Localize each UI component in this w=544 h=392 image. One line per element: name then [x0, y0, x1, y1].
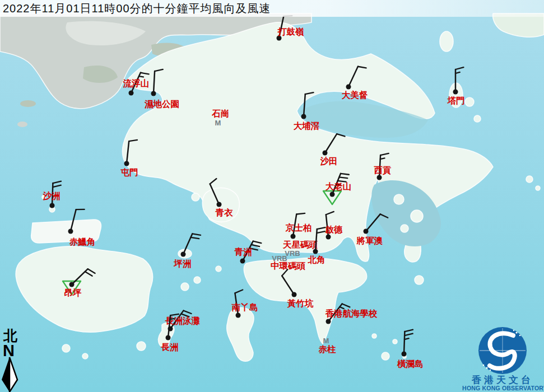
station-dot [68, 229, 73, 234]
station-label: 西貢 [374, 165, 392, 175]
station-label: 啟德 [325, 225, 343, 234]
kau-yi-chau-island [216, 266, 221, 272]
crescent-island [440, 31, 453, 52]
east-islet [526, 176, 533, 183]
station-label: 打鼓嶺 [277, 27, 304, 36]
station-label: 沙田 [320, 156, 338, 166]
station-dot [301, 114, 306, 119]
compass-hanzi-label: 北 [3, 328, 18, 343]
shek-kwu-chau-island [137, 342, 146, 351]
compass-n-label: N [3, 342, 15, 360]
station-label: 青衣 [215, 208, 234, 217]
station-label: 天星碼頭 [282, 240, 318, 249]
station-label: 濕地公園 [144, 99, 179, 109]
station-dot [124, 161, 129, 166]
soko-island-2 [82, 353, 88, 359]
station-dot [377, 175, 382, 180]
station-dot [323, 151, 328, 156]
station-dot [364, 229, 369, 234]
wind-barb-half-tick [380, 158, 385, 159]
ma-wan-island [192, 193, 199, 201]
tung-lung-island [415, 276, 424, 284]
station-dot [291, 234, 296, 239]
station-dot [69, 282, 75, 287]
grass-island-islet [465, 97, 474, 106]
wind-barb-tick [296, 213, 305, 214]
station-label: 赤柱 [318, 344, 337, 354]
station-dot [181, 252, 186, 257]
station-dot [326, 319, 331, 324]
east-islet-2 [536, 186, 540, 190]
station-label: 南丫島 [231, 302, 258, 312]
soko-island [62, 344, 70, 352]
station-dot [402, 352, 407, 357]
station-dot [151, 91, 156, 96]
station-dot [346, 85, 351, 90]
station-dot [292, 292, 297, 297]
station-label: 長洲 [161, 342, 179, 352]
po-toi-island [382, 352, 389, 360]
station-label: 石崗 [212, 109, 230, 118]
station-label: 赤鱲角 [69, 237, 96, 246]
hko-logo-name-zh: 香港天文台 [471, 375, 533, 385]
station-dot [166, 335, 171, 340]
sunshine-island [194, 277, 201, 283]
deep-bay-islet-2 [17, 122, 27, 127]
deep-bay-islet [20, 100, 36, 107]
station-label: 昂坪 [64, 288, 82, 297]
station-label: 黃竹坑 [287, 298, 314, 308]
station-dot [129, 91, 134, 96]
station-label: 京士柏 [285, 223, 312, 232]
port-shelter-island [394, 194, 404, 204]
wind-barb-half-tick [170, 319, 174, 319]
station-dot [326, 235, 331, 240]
station-label: 沙洲 [43, 191, 61, 200]
missing-data-marker: M [215, 119, 221, 127]
station-dot [240, 259, 245, 264]
station-dot [217, 202, 222, 207]
station-label: 橫瀾島 [397, 359, 424, 368]
station-label: 大美督 [342, 90, 368, 100]
hei-ling-chau-island [181, 283, 189, 291]
station-dot [236, 313, 241, 318]
station-label: 將軍澳 [356, 236, 383, 245]
station-dot [313, 249, 318, 254]
po-toi-islet-2 [393, 339, 397, 344]
station-label: 香港航海學校 [325, 309, 378, 318]
wind-barb-half-tick [139, 76, 143, 77]
mirs-bay-islet [474, 115, 481, 122]
station-label: 大埔滘 [294, 121, 320, 130]
wind-map-app: 打鼓嶺流浮山濕地公園M石崗大美督大埔滘塔門沙田西貢屯門沙洲赤鱲角青衣大老山京士柏… [0, 0, 544, 392]
station-dot [50, 203, 55, 208]
hko-logo-name-en: HONG KONG OBSERVATORY [462, 385, 544, 391]
station-label: 流浮山 [123, 78, 150, 88]
port-shelter-island-2 [411, 210, 423, 222]
beaufort-islet [372, 334, 376, 338]
station-dot [453, 90, 458, 95]
station-label: 屯門 [120, 167, 138, 177]
station-label: 青洲 [234, 247, 252, 256]
missing-data-marker: M [323, 337, 329, 345]
station-dot [330, 192, 335, 197]
hong-kong-wind-map: 打鼓嶺流浮山濕地公園M石崗大美督大埔滘塔門沙田西貢屯門沙洲赤鱲角青衣大老山京士柏… [0, 0, 544, 392]
station-label: 北角 [308, 255, 326, 264]
station-label: 坪洲 [174, 259, 192, 268]
station-label: 中環碼頭 [271, 261, 306, 270]
station-label: 大老山 [326, 181, 352, 191]
map-title: 2022年11月01日11時00分的十分鐘平均風向及風速 [3, 1, 271, 16]
station-label: 塔門 [447, 96, 465, 105]
port-shelter-island-3 [401, 225, 408, 232]
